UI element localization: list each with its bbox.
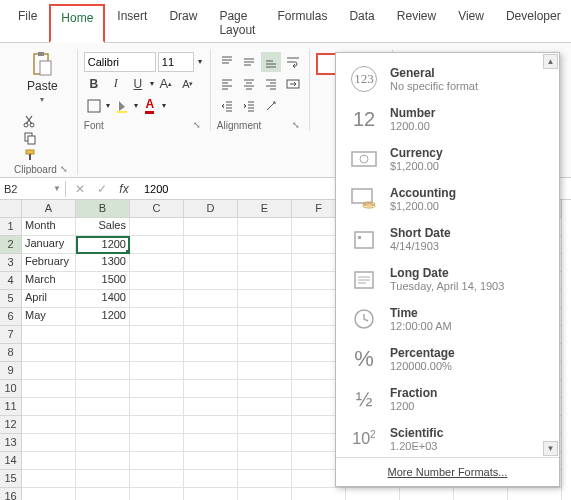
cell-D10[interactable] [184, 380, 238, 398]
align-bottom-icon[interactable] [261, 52, 281, 72]
cell-D14[interactable] [184, 452, 238, 470]
cell-D2[interactable] [184, 236, 238, 254]
cell-A13[interactable] [22, 434, 76, 452]
cell-B13[interactable] [76, 434, 130, 452]
cell-D9[interactable] [184, 362, 238, 380]
row-header-3[interactable]: 3 [0, 254, 22, 272]
cell-B1[interactable]: Sales [76, 218, 130, 236]
row-header-13[interactable]: 13 [0, 434, 22, 452]
col-header-C[interactable]: C [130, 200, 184, 218]
cell-J16[interactable] [508, 488, 562, 500]
tab-data[interactable]: Data [339, 4, 384, 42]
cell-A4[interactable]: March [22, 272, 76, 290]
format-option-time[interactable]: Time12:00:00 AM [336, 299, 559, 339]
font-name-select[interactable]: Calibri [84, 52, 156, 72]
tab-view[interactable]: View [448, 4, 494, 42]
format-option-fraction[interactable]: ½Fraction1200 [336, 379, 559, 419]
cell-C4[interactable] [130, 272, 184, 290]
align-center-icon[interactable] [239, 74, 259, 94]
tab-page-layout[interactable]: Page Layout [209, 4, 265, 42]
cell-A8[interactable] [22, 344, 76, 362]
format-option-number[interactable]: 12Number1200.00 [336, 99, 559, 139]
cell-D7[interactable] [184, 326, 238, 344]
cell-C7[interactable] [130, 326, 184, 344]
tab-file[interactable]: File [8, 4, 47, 42]
format-option-long-date[interactable]: Long DateTuesday, April 14, 1903 [336, 259, 559, 299]
cell-A6[interactable]: May [22, 308, 76, 326]
col-header-A[interactable]: A [22, 200, 76, 218]
cell-E7[interactable] [238, 326, 292, 344]
increase-indent-icon[interactable] [239, 96, 259, 116]
cell-A16[interactable] [22, 488, 76, 500]
row-header-15[interactable]: 15 [0, 470, 22, 488]
clipboard-launcher-icon[interactable]: ⤡ [57, 163, 71, 175]
cell-B10[interactable] [76, 380, 130, 398]
select-all-corner[interactable] [0, 200, 22, 218]
cut-icon[interactable] [23, 114, 37, 128]
row-header-16[interactable]: 16 [0, 488, 22, 500]
cell-B16[interactable] [76, 488, 130, 500]
cell-E2[interactable] [238, 236, 292, 254]
cell-D13[interactable] [184, 434, 238, 452]
tab-insert[interactable]: Insert [107, 4, 157, 42]
cell-C8[interactable] [130, 344, 184, 362]
cell-C15[interactable] [130, 470, 184, 488]
cell-A12[interactable] [22, 416, 76, 434]
format-option-percentage[interactable]: %Percentage120000.00% [336, 339, 559, 379]
merge-icon[interactable] [283, 74, 303, 94]
col-header-B[interactable]: B [76, 200, 130, 218]
cell-I16[interactable] [454, 488, 508, 500]
format-option-currency[interactable]: Currency$1,200.00 [336, 139, 559, 179]
cell-A10[interactable] [22, 380, 76, 398]
cell-A2[interactable]: January [22, 236, 76, 254]
cell-A7[interactable] [22, 326, 76, 344]
cell-C12[interactable] [130, 416, 184, 434]
cell-C9[interactable] [130, 362, 184, 380]
cancel-icon[interactable]: ✕ [70, 179, 90, 199]
borders-icon[interactable] [84, 96, 104, 116]
cell-E8[interactable] [238, 344, 292, 362]
paste-button[interactable]: Paste ▾ [23, 49, 62, 106]
cell-E9[interactable] [238, 362, 292, 380]
cell-D12[interactable] [184, 416, 238, 434]
cell-E11[interactable] [238, 398, 292, 416]
font-color-icon[interactable]: A [140, 96, 160, 116]
col-header-E[interactable]: E [238, 200, 292, 218]
cell-C11[interactable] [130, 398, 184, 416]
cell-C3[interactable] [130, 254, 184, 272]
cell-A5[interactable]: April [22, 290, 76, 308]
more-formats-link[interactable]: More Number Formats... [336, 457, 559, 486]
alignment-launcher-icon[interactable]: ⤡ [289, 119, 303, 131]
tab-home[interactable]: Home [49, 4, 105, 43]
row-header-4[interactable]: 4 [0, 272, 22, 290]
align-left-icon[interactable] [217, 74, 237, 94]
decrease-indent-icon[interactable] [217, 96, 237, 116]
tab-developer[interactable]: Developer [496, 4, 571, 42]
cell-G16[interactable] [346, 488, 400, 500]
cell-F16[interactable] [292, 488, 346, 500]
cell-A1[interactable]: Month [22, 218, 76, 236]
cell-B12[interactable] [76, 416, 130, 434]
cell-C5[interactable] [130, 290, 184, 308]
cell-B7[interactable] [76, 326, 130, 344]
cell-E13[interactable] [238, 434, 292, 452]
cell-D5[interactable] [184, 290, 238, 308]
cell-E5[interactable] [238, 290, 292, 308]
cell-C13[interactable] [130, 434, 184, 452]
fill-color-icon[interactable] [112, 96, 132, 116]
cell-B11[interactable] [76, 398, 130, 416]
bold-button[interactable]: B [84, 74, 104, 94]
cell-C1[interactable] [130, 218, 184, 236]
row-header-14[interactable]: 14 [0, 452, 22, 470]
cell-E10[interactable] [238, 380, 292, 398]
format-option-general[interactable]: 123GeneralNo specific format [336, 59, 559, 99]
align-top-icon[interactable] [217, 52, 237, 72]
format-option-short-date[interactable]: Short Date4/14/1903 [336, 219, 559, 259]
tab-formulas[interactable]: Formulas [267, 4, 337, 42]
cell-E6[interactable] [238, 308, 292, 326]
cell-B4[interactable]: 1500 [76, 272, 130, 290]
font-size-select[interactable]: 11 [158, 52, 194, 72]
cell-D8[interactable] [184, 344, 238, 362]
cell-D15[interactable] [184, 470, 238, 488]
tab-draw[interactable]: Draw [159, 4, 207, 42]
